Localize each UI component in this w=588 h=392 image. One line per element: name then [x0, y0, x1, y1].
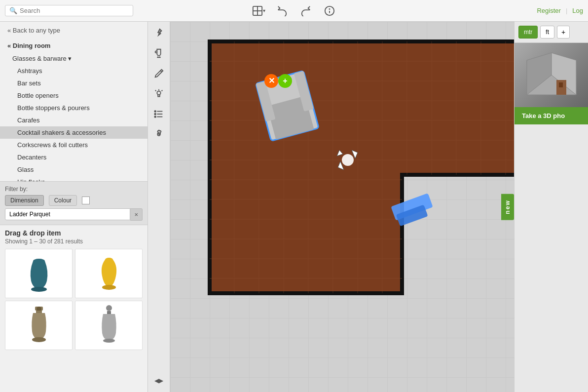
toolbar-right: Register | Log [537, 7, 583, 14]
unit-mtr-btn[interactable]: mtr [518, 26, 538, 39]
menu-item-ashtrays[interactable]: Ashtrays [0, 65, 147, 77]
svg-point-29 [154, 116, 156, 118]
svg-point-28 [154, 114, 156, 115]
item-card-2[interactable] [75, 249, 143, 298]
filter-clear-btn[interactable]: × [130, 208, 143, 221]
menu-item-cocktail[interactable]: Cocktail shakers & accessories [0, 126, 147, 139]
list-tool-btn[interactable] [150, 105, 168, 123]
light-tool-btn[interactable] [150, 85, 168, 103]
svg-point-13 [32, 337, 46, 342]
back-link[interactable]: « Back to any type [0, 22, 147, 39]
subcategory-header[interactable]: Glasses & barware ▾ [0, 52, 147, 65]
login-link[interactable]: Log [572, 7, 583, 14]
sidebar-nav: « Back to any type « Dining room Glasses… [0, 22, 147, 181]
preview-3d [514, 43, 588, 107]
menu-item-bottle-stoppers[interactable]: Bottle stoppers & pourers [0, 102, 147, 114]
svg-text:+: + [283, 77, 287, 85]
filter-row: Dimension Colour [5, 195, 143, 206]
item-image-4 [92, 306, 126, 345]
redo-icon[interactable] [299, 4, 313, 18]
svg-line-22 [155, 90, 156, 91]
svg-point-64 [342, 154, 354, 166]
back-label: « Back to any type [7, 27, 60, 34]
search-icon: 🔍 [9, 7, 17, 14]
svg-text:✕: ✕ [268, 77, 275, 85]
new-button[interactable]: new [501, 194, 514, 220]
svg-point-27 [154, 111, 156, 112]
svg-rect-74 [559, 82, 563, 87]
collapse-btn[interactable]: ◀▶ [150, 372, 168, 390]
svg-point-9 [102, 285, 116, 290]
paint-tool-btn[interactable] [150, 65, 168, 82]
right-panel: mtr ft + Take a 3D pho [514, 22, 588, 392]
item-card-3[interactable] [5, 301, 73, 350]
items-grid [5, 249, 143, 350]
menu-item-bar-sets[interactable]: Bar sets [0, 77, 147, 89]
colour-filter-btn[interactable]: Colour [49, 195, 77, 206]
svg-point-7 [31, 287, 47, 292]
sidebar: « Back to any type « Dining room Glasses… [0, 22, 148, 392]
canvas-area: ✕ + new [170, 22, 514, 392]
menu-item-carafes[interactable]: Carafes [0, 114, 147, 126]
layout-icon[interactable]: ▾ [252, 4, 265, 18]
svg-point-16 [103, 339, 115, 343]
filter-bar: Filter by: Dimension Colour × [0, 181, 147, 225]
menu-item-bottle-openers[interactable]: Bottle openers [0, 89, 147, 102]
items-section: Drag & drop item Showing 1 – 30 of 281 r… [0, 225, 147, 392]
item-card-1[interactable] [5, 249, 73, 298]
search-input[interactable] [20, 7, 128, 14]
menu-item-corkscrews[interactable]: Corkscrews & foil cutters [0, 139, 147, 151]
svg-line-23 [162, 90, 163, 91]
menu-item-hip-flasks[interactable]: Hip flasks [0, 176, 147, 181]
preview-3d-content [514, 43, 588, 107]
search-box[interactable]: 🔍 [5, 5, 133, 16]
svg-marker-31 [210, 41, 514, 293]
filter-label: Filter by: [5, 186, 143, 193]
item-card-4[interactable] [75, 301, 143, 350]
item-image-3 [22, 306, 56, 345]
menu-item-decanters[interactable]: Decanters [0, 151, 147, 163]
toolbar-center: ▾ [252, 4, 336, 18]
pointer-tool-btn[interactable] [150, 24, 168, 42]
filter-select[interactable] [5, 208, 130, 220]
toolbar: 🔍 ▾ [0, 0, 588, 22]
menu-item-glass[interactable]: Glass [0, 163, 147, 176]
main-content: « Back to any type « Dining room Glasses… [0, 22, 588, 392]
unit-plus-btn[interactable]: + [557, 26, 570, 39]
svg-point-14 [106, 305, 112, 311]
undo-icon[interactable] [275, 4, 289, 18]
item-image-1 [22, 254, 56, 293]
results-count: Showing 1 – 30 of 281 results [5, 238, 143, 245]
svg-rect-15 [107, 311, 111, 314]
cup-tool-btn[interactable] [150, 44, 168, 62]
color-swatch[interactable] [82, 196, 90, 204]
dimension-filter-btn[interactable]: Dimension [5, 195, 44, 206]
take-3d-btn[interactable]: Take a 3D pho [514, 107, 588, 124]
item-image-2 [92, 254, 126, 293]
settings-tool-btn[interactable] [150, 125, 168, 143]
register-link[interactable]: Register [537, 7, 560, 14]
drag-drop-label: Drag & drop item [5, 229, 143, 237]
filter-input-row: × [5, 208, 143, 221]
svg-rect-12 [36, 311, 42, 313]
room-svg: ✕ + [195, 32, 514, 308]
unit-toggle: mtr ft + [514, 22, 588, 43]
unit-ft-btn[interactable]: ft [540, 26, 554, 39]
info-icon[interactable] [323, 4, 336, 18]
tool-panel: ◀▶ [148, 22, 170, 392]
toolbar-separator: | [566, 7, 567, 14]
svg-point-20 [157, 91, 160, 95]
category-header: « Dining room [0, 39, 147, 52]
